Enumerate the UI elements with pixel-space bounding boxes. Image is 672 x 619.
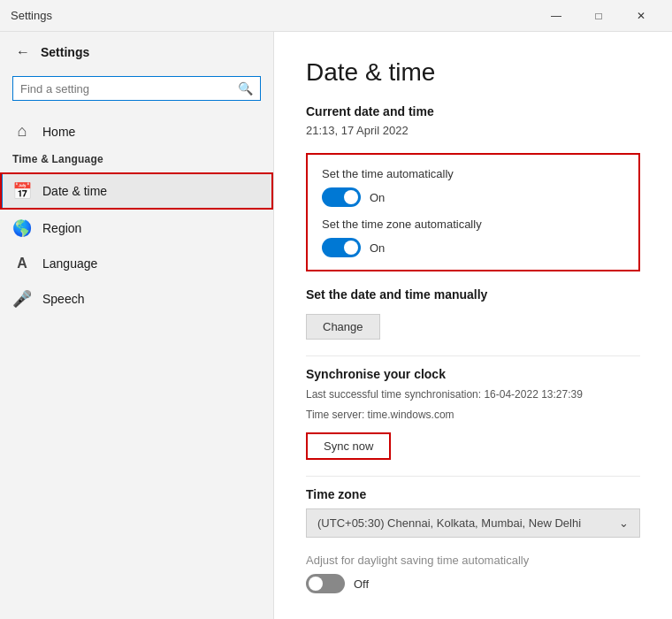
title-bar-left: Settings (11, 9, 52, 22)
sync-section: Synchronise your clock Last successful t… (306, 367, 640, 460)
auto-settings-box: Set the time automatically On Set the ti… (306, 153, 640, 271)
language-icon: A (12, 256, 32, 271)
sidebar-section-label: Time & Language (0, 149, 273, 172)
timezone-dropdown[interactable]: (UTC+05:30) Chennai, Kolkata, Mumbai, Ne… (306, 508, 640, 538)
daylight-section: Adjust for daylight saving time automati… (306, 554, 640, 593)
date-time-icon: 📅 (12, 181, 32, 201)
current-time-value: 21:13, 17 April 2022 (306, 124, 640, 137)
language-label: Language (42, 256, 97, 271)
maximize-button[interactable]: □ (578, 4, 619, 28)
timezone-section: Time zone (UTC+05:30) Chennai, Kolkata, … (306, 487, 640, 538)
divider-1 (306, 355, 640, 356)
speech-label: Speech (42, 292, 84, 306)
manual-label: Set the date and time manually (306, 287, 640, 302)
chevron-down-icon: ⌄ (619, 516, 629, 530)
timezone-label: Time zone (306, 487, 640, 501)
set-timezone-auto-label: Set the time zone automatically (322, 218, 624, 231)
set-time-auto-toggle-row: On (322, 187, 624, 207)
toggle-track-timezone (322, 238, 361, 257)
speech-icon: 🎤 (12, 289, 32, 309)
sidebar-item-language[interactable]: A Language (0, 247, 273, 280)
set-timezone-auto-toggle-label: On (370, 241, 385, 255)
search-icon: 🔍 (238, 81, 253, 96)
set-time-auto-toggle[interactable] (322, 187, 361, 207)
last-sync-text: Last successful time synchronisation: 16… (306, 386, 640, 403)
close-button[interactable]: ✕ (621, 4, 661, 28)
set-timezone-auto-section: Set the time zone automatically On (322, 218, 624, 257)
set-timezone-auto-toggle[interactable] (322, 238, 361, 257)
page-title: Date & time (306, 58, 640, 87)
daylight-toggle-row: Off (306, 574, 640, 593)
title-bar: Settings — □ ✕ (0, 0, 672, 32)
region-label: Region (42, 221, 81, 235)
toggle-thumb-daylight (309, 577, 323, 591)
set-time-auto-label: Set the time automatically (322, 167, 624, 180)
home-icon: ⌂ (12, 122, 32, 141)
back-button[interactable]: ← (12, 41, 34, 64)
timezone-value: (UTC+05:30) Chennai, Kolkata, Mumbai, Ne… (317, 516, 581, 530)
search-box[interactable]: 🔍 (12, 76, 261, 101)
time-server-text: Time server: time.windows.com (306, 407, 640, 424)
sidebar-item-speech[interactable]: 🎤 Speech (0, 280, 273, 317)
set-timezone-auto-toggle-row: On (322, 238, 624, 257)
app-title: Settings (11, 9, 52, 22)
sync-now-button[interactable]: Sync now (306, 432, 391, 460)
toggle-track-daylight (306, 574, 345, 593)
sidebar-app-title: Settings (41, 45, 89, 59)
app-container: ← Settings 🔍 ⌂ Home Time & Language 📅 Da… (0, 32, 672, 619)
daylight-toggle-label: Off (354, 577, 369, 591)
toggle-thumb-time (344, 190, 358, 204)
current-date-label: Current date and time (306, 104, 640, 118)
sync-label: Synchronise your clock (306, 367, 640, 381)
sidebar: ← Settings 🔍 ⌂ Home Time & Language 📅 Da… (0, 32, 274, 619)
date-time-label: Date & time (42, 184, 107, 198)
change-button[interactable]: Change (306, 314, 380, 340)
home-label: Home (42, 125, 75, 139)
sidebar-item-home[interactable]: ⌂ Home (0, 113, 273, 149)
minimize-button[interactable]: — (536, 4, 577, 28)
set-time-auto-toggle-label: On (370, 191, 385, 204)
title-bar-controls: — □ ✕ (536, 4, 661, 28)
toggle-thumb-timezone (344, 241, 358, 255)
daylight-label: Adjust for daylight saving time automati… (306, 554, 640, 567)
region-icon: 🌎 (12, 218, 32, 238)
daylight-toggle[interactable] (306, 574, 345, 593)
divider-2 (306, 476, 640, 477)
sidebar-nav-top: ← Settings (0, 32, 273, 73)
manual-section: Set the date and time manually Change (306, 287, 640, 340)
sidebar-item-region[interactable]: 🌎 Region (0, 210, 273, 247)
sidebar-item-date-time[interactable]: 📅 Date & time (0, 172, 273, 210)
toggle-track-time (322, 187, 361, 207)
search-input[interactable] (20, 82, 233, 96)
set-time-auto-section: Set the time automatically On (322, 167, 624, 207)
content-area: Date & time Current date and time 21:13,… (274, 32, 672, 619)
